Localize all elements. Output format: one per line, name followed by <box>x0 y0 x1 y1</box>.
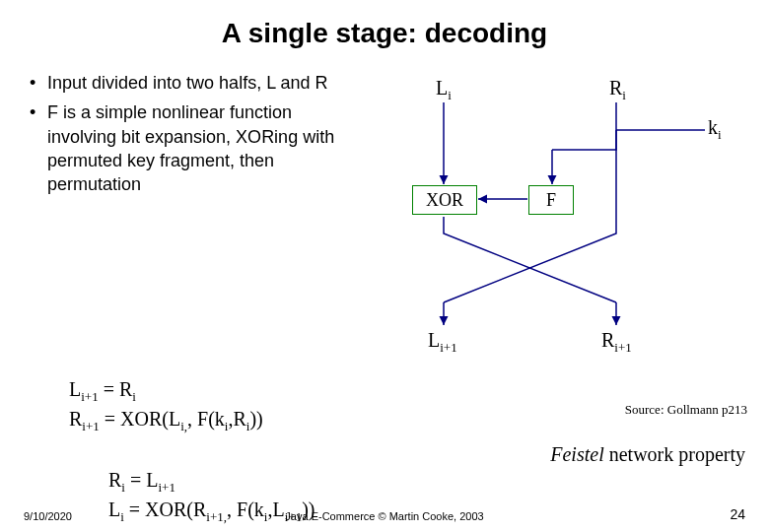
content-row: • Input divided into two halfs, L and R … <box>0 49 769 366</box>
feistel-caption: Feistel network property <box>550 443 745 466</box>
diagram-wires <box>365 71 739 366</box>
bullets-column: • Input divided into two halfs, L and R … <box>30 71 365 366</box>
source-citation: Source: Gollmann p213 <box>625 402 747 418</box>
bullet-dot: • <box>30 71 47 95</box>
label-ki: ki <box>708 116 722 143</box>
f-box: F <box>528 185 574 215</box>
label-Ri1: Ri+1 <box>601 329 632 356</box>
label-Li: Li <box>436 77 452 103</box>
bullet-item: • Input divided into two halfs, L and R <box>30 71 365 95</box>
bullet-text: Input divided into two halfs, L and R <box>47 71 365 95</box>
feistel-diagram: Li Ri ki XOR F Li+1 Ri+1 <box>365 71 739 366</box>
bullet-item: • F is a simple nonlinear function invol… <box>30 100 365 196</box>
label-Ri: Ri <box>609 77 626 103</box>
xor-box: XOR <box>412 185 477 215</box>
slide-title: A single stage: decoding <box>0 0 769 49</box>
footer-copyright: Java E-Commerce © Martin Cooke, 2003 <box>0 510 769 522</box>
eq-line: Ri = Li+1 <box>108 467 769 497</box>
label-Li1: Li+1 <box>428 329 457 356</box>
bullet-text: F is a simple nonlinear function involvi… <box>47 100 365 196</box>
bullet-dot: • <box>30 100 47 196</box>
slide-footer: 9/10/2020 Java E-Commerce © Martin Cooke… <box>0 506 769 522</box>
